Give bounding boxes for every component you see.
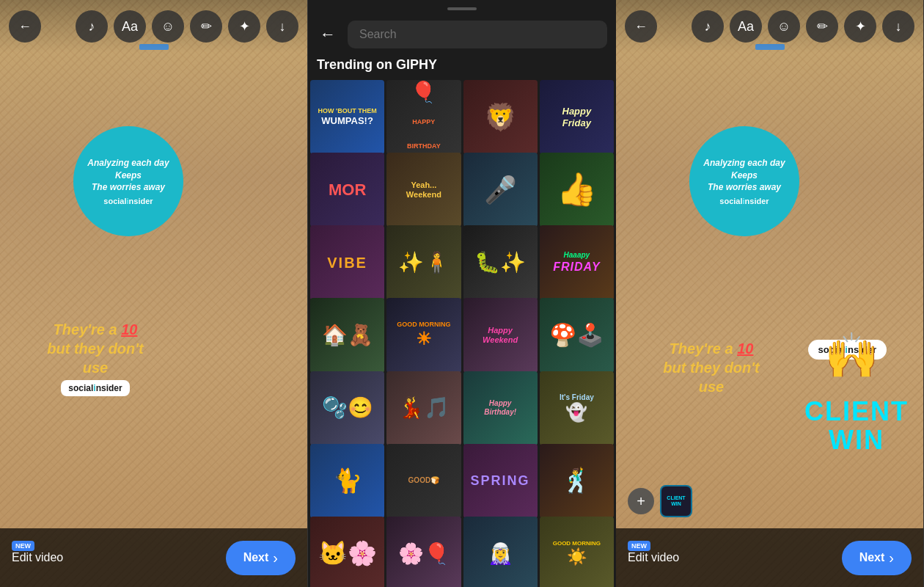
right-sticker-10: They're a 10but they don'tuse (638, 339, 785, 396)
right-back-button[interactable]: ← (625, 10, 657, 43)
edit-video-button[interactable]: NEW Edit video (12, 551, 63, 564)
sparkle-icon[interactable]: ✦ (228, 10, 260, 43)
giphy-item[interactable]: HappyFriday (540, 80, 614, 154)
giphy-item[interactable]: 🕺 (540, 444, 614, 518)
giphy-search-input[interactable] (348, 21, 607, 48)
right-blue-circle-sticker: Analyzing each dayKeepsThe worries away … (689, 126, 799, 236)
right-text-icon[interactable]: Aa (730, 10, 762, 43)
giphy-item[interactable]: Yeah...Weekend (386, 153, 461, 227)
giphy-item[interactable]: 🐱🌸 (310, 517, 384, 587)
hand-sticker: 🙌 (824, 329, 879, 382)
giphy-item[interactable]: GOOD🍞 (386, 444, 461, 518)
right-draw-icon[interactable]: ✏ (806, 10, 838, 43)
giphy-item[interactable]: 👍 (540, 153, 614, 227)
new-badge: NEW (12, 541, 34, 551)
sticker-10: They're a 10but they don'tuse socialinsi… (22, 320, 169, 396)
giphy-item[interactable]: 🫧😊 (310, 371, 384, 445)
giphy-item[interactable]: 🐈 (310, 444, 384, 518)
giphy-grid: HOW 'BOUT THEMWUMPAS!? 🎈HAPPYBIRTHDAY 🦁 … (308, 80, 616, 587)
right-edit-video-button[interactable]: NEW Edit video (628, 551, 679, 564)
mini-sticker-preview[interactable]: CLIENTWIN (660, 485, 692, 517)
sticker2-text: They're a 10but they don'tuse (22, 320, 169, 377)
giphy-item[interactable]: 🐛✨ (463, 225, 538, 299)
right-bottom-bar: + CLIENTWIN NEW Edit video Next (616, 528, 923, 587)
left-sticker-area: Analyzing each dayKeepsThe worries away … (0, 53, 307, 528)
toolbar-right: ♪ Aa ☺ ✏ ✦ ↓ (76, 10, 298, 43)
right-sticker1-brand: socialinsider (719, 197, 769, 205)
giphy-item[interactable]: SPRING (463, 444, 538, 518)
giphy-item[interactable]: HOW 'BOUT THEMWUMPAS!? (310, 80, 384, 154)
client-win-sticker: CLIENT WIN (804, 397, 909, 455)
right-sparkle-icon[interactable]: ✦ (844, 10, 876, 43)
giphy-item[interactable]: HaaapyFRIDAY (540, 225, 614, 299)
right-sticker-area: Analyzing each dayKeepsThe worries away … (616, 53, 923, 528)
trending-title: Trending on GIPHY (308, 57, 616, 80)
right-toolbar: ← ♪ Aa ☺ ✏ ✦ ↓ (616, 0, 923, 53)
sticker2-brand: socialinsider (61, 380, 129, 396)
right-music-icon[interactable]: ♪ (692, 10, 724, 43)
left-toolbar: ← ♪ Aa ☺ ✏ ✦ ↓ (0, 0, 307, 53)
giphy-item[interactable]: 💃🎵 (386, 371, 461, 445)
sticker-preview-area: + CLIENTWIN (628, 485, 692, 517)
giphy-item[interactable]: 🦁 (463, 80, 538, 154)
giphy-item[interactable]: 🎤 (463, 153, 538, 227)
left-panel: ← ♪ Aa ☺ ✏ ✦ ↓ Analyzing each dayKeepsTh… (0, 0, 308, 587)
giphy-item[interactable]: 🍄🕹️ (540, 298, 614, 372)
right-sticker1-text: Analyzing each dayKeepsThe worries away (703, 157, 785, 194)
sticker1-brand: socialinsider (103, 197, 153, 205)
giphy-item[interactable]: HappyWeekend (463, 298, 538, 372)
music-icon[interactable]: ♪ (76, 10, 108, 43)
giphy-item[interactable]: GOOD MORNING☀ (386, 298, 461, 372)
drag-handle (447, 7, 477, 10)
giphy-item[interactable]: HappyBirthday! (463, 371, 538, 445)
right-panel: ← ♪ Aa ☺ ✏ ✦ ↓ Analyzing each dayKeepsTh… (616, 0, 924, 587)
download-icon[interactable]: ↓ (266, 10, 298, 43)
giphy-item[interactable]: 🌸🎈 (386, 517, 461, 587)
right-sticker2-text: They're a 10but they don'tuse (638, 339, 785, 396)
sticker1-text: Analyzing each dayKeepsThe worries away (87, 157, 169, 194)
face-icon[interactable]: ☺ (152, 10, 184, 43)
right-download-icon[interactable]: ↓ (882, 10, 914, 43)
right-toolbar-right: ♪ Aa ☺ ✏ ✦ ↓ (692, 10, 914, 43)
back-button[interactable]: ← (9, 10, 41, 43)
giphy-item[interactable]: 🧝‍♀️ (463, 517, 538, 587)
text-icon[interactable]: Aa (114, 10, 146, 43)
right-face-icon[interactable]: ☺ (768, 10, 800, 43)
right-new-badge: NEW (628, 541, 650, 551)
giphy-item[interactable]: It's Friday👻 (540, 371, 614, 445)
next-button[interactable]: Next (226, 541, 296, 575)
add-sticker-button[interactable]: + (628, 488, 654, 514)
giphy-back-button[interactable]: ← (317, 22, 339, 47)
giphy-item[interactable]: 🎈HAPPYBIRTHDAY (386, 80, 461, 154)
giphy-header: ← (308, 15, 616, 57)
blue-circle-sticker: Analyzing each dayKeepsThe worries away … (73, 126, 183, 236)
middle-panel: ← Trending on GIPHY HOW 'BOUT THEMWUMPAS… (308, 0, 616, 587)
giphy-item[interactable]: ✨🧍 (386, 225, 461, 299)
draw-icon[interactable]: ✏ (190, 10, 222, 43)
giphy-item[interactable]: VIBE (310, 225, 384, 299)
left-bottom-bar: NEW Edit video Next (0, 528, 307, 587)
giphy-item[interactable]: MOR (310, 153, 384, 227)
giphy-item[interactable]: 🏠🧸 (310, 298, 384, 372)
giphy-item[interactable]: GOOD MORNING☀️ (540, 517, 614, 587)
right-next-button[interactable]: Next (842, 541, 912, 575)
